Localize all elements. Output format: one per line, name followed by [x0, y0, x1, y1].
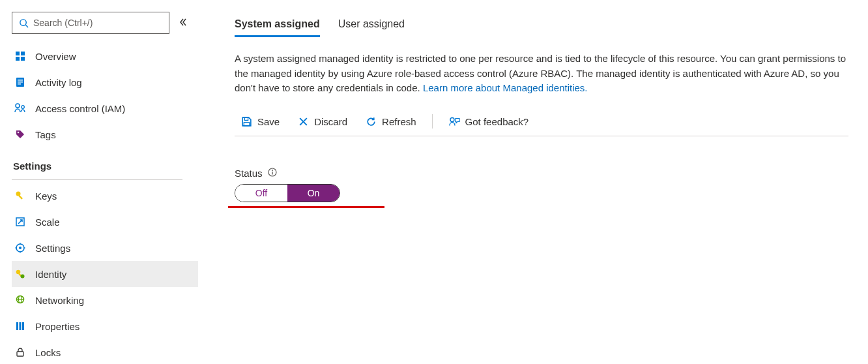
save-button[interactable]: Save [235, 112, 286, 131]
tabs: System assigned User assigned [235, 18, 848, 37]
refresh-button[interactable]: Refresh [359, 112, 423, 131]
status-toggle-off[interactable]: Off [235, 185, 287, 202]
svg-rect-28 [16, 322, 18, 330]
save-icon [241, 116, 252, 127]
save-label: Save [257, 116, 280, 127]
sidebar-item-label: Tags [35, 129, 56, 140]
svg-rect-30 [22, 322, 24, 330]
scale-icon [14, 216, 26, 228]
sidebar-item-label: Access control (IAM) [35, 103, 125, 114]
tags-icon [14, 129, 26, 140]
learn-more-link[interactable]: Learn more about Managed identities. [423, 82, 588, 93]
svg-line-1 [25, 25, 28, 27]
discard-icon [298, 116, 309, 127]
feedback-button[interactable]: Got feedback? [442, 112, 536, 131]
status-label: Status [235, 168, 263, 179]
svg-point-24 [21, 275, 25, 279]
discard-button[interactable]: Discard [291, 112, 354, 131]
status-toggle-on[interactable]: On [287, 185, 340, 202]
lock-icon [14, 346, 26, 358]
tab-system-assigned[interactable]: System assigned [235, 18, 320, 37]
svg-point-11 [22, 106, 25, 109]
svg-rect-9 [18, 83, 21, 85]
sidebar-item-label: Locks [35, 347, 61, 358]
svg-point-38 [272, 170, 273, 171]
main-content: System assigned User assigned A system a… [199, 0, 868, 364]
nav-list-settings: Keys Scale [12, 183, 198, 364]
svg-rect-39 [272, 172, 272, 175]
svg-point-0 [20, 19, 25, 25]
svg-rect-29 [20, 322, 22, 330]
sidebar-item-settings[interactable]: Settings [12, 235, 198, 261]
feedback-icon [448, 116, 460, 127]
svg-point-17 [19, 247, 22, 249]
svg-rect-14 [18, 195, 23, 200]
section-divider [12, 179, 182, 180]
sidebar-item-networking[interactable]: Networking [12, 287, 198, 313]
svg-point-36 [450, 117, 454, 121]
toolbar: Save Discard Refresh [235, 108, 848, 136]
sidebar-item-activity-log[interactable]: Activity log [12, 69, 198, 95]
svg-rect-7 [18, 80, 23, 81]
discard-label: Discard [314, 116, 347, 127]
app-root: Overview Activity log [0, 0, 868, 364]
toolbar-separator [432, 114, 433, 129]
svg-point-12 [18, 132, 20, 134]
identity-icon [14, 268, 26, 280]
status-toggle[interactable]: Off On [235, 184, 340, 202]
svg-rect-2 [16, 52, 20, 55]
svg-point-22 [16, 270, 21, 275]
sidebar-item-tags[interactable]: Tags [12, 121, 198, 147]
feedback-label: Got feedback? [465, 116, 529, 127]
sidebar-item-overview[interactable]: Overview [12, 43, 198, 69]
svg-rect-5 [21, 57, 25, 61]
status-label-row: Status [235, 168, 848, 179]
svg-rect-8 [18, 82, 23, 83]
sidebar-item-label: Networking [35, 295, 84, 306]
access-control-icon [14, 102, 26, 114]
sidebar-top-row [12, 12, 199, 34]
svg-rect-32 [244, 117, 248, 120]
search-box[interactable] [12, 12, 169, 34]
properties-icon [14, 320, 26, 332]
tab-user-assigned[interactable]: User assigned [338, 18, 405, 37]
svg-point-10 [16, 104, 20, 108]
svg-rect-3 [21, 52, 25, 55]
key-icon [14, 190, 26, 202]
sidebar-item-label: Identity [35, 269, 66, 280]
sidebar-item-locks[interactable]: Locks [12, 339, 198, 364]
refresh-label: Refresh [382, 116, 416, 127]
sidebar-item-identity[interactable]: Identity [12, 261, 198, 287]
sidebar: Overview Activity log [0, 0, 199, 364]
sidebar-item-label: Settings [35, 243, 70, 254]
sidebar-item-label: Scale [35, 217, 60, 228]
sidebar-item-label: Activity log [35, 77, 82, 88]
annotation-red-underline [228, 206, 384, 208]
sidebar-scroll[interactable]: Overview Activity log [12, 43, 199, 364]
refresh-icon [366, 116, 377, 127]
overview-icon [14, 50, 26, 62]
info-icon[interactable] [268, 168, 277, 179]
svg-rect-4 [16, 57, 20, 61]
sidebar-item-label: Properties [35, 321, 80, 332]
sidebar-item-label: Overview [35, 51, 76, 62]
sidebar-item-label: Keys [35, 190, 57, 202]
sidebar-item-access-control[interactable]: Access control (IAM) [12, 95, 198, 121]
search-icon [18, 17, 29, 29]
search-input[interactable] [29, 18, 164, 28]
sidebar-item-scale[interactable]: Scale [12, 209, 198, 235]
svg-rect-31 [17, 352, 23, 356]
sidebar-item-keys[interactable]: Keys [12, 183, 198, 209]
nav-list-top: Overview Activity log [12, 43, 198, 147]
sidebar-section-settings: Settings [12, 147, 198, 177]
sidebar-item-properties[interactable]: Properties [12, 313, 198, 339]
description-text: A system assigned managed identity is re… [235, 52, 847, 96]
activity-log-icon [14, 76, 26, 88]
status-field: Status Off On [235, 168, 848, 208]
networking-icon [14, 294, 26, 306]
gear-icon [14, 242, 26, 254]
collapse-sidebar-button[interactable] [179, 18, 188, 29]
